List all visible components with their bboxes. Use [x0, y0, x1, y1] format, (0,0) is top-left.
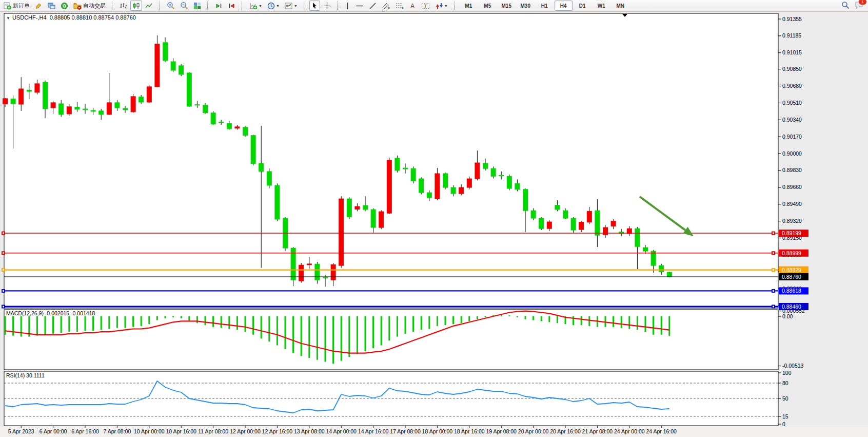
chart-shift-button[interactable]	[226, 1, 238, 11]
candle-down	[275, 185, 280, 219]
cursor-button[interactable]	[309, 1, 320, 11]
templates-button[interactable]: ▼	[283, 1, 300, 11]
equidistant-channel-button[interactable]: E	[380, 1, 392, 11]
timeframe-group: M1M5M15M30H1H4D1W1MN	[458, 0, 631, 11]
auto-scroll-icon	[215, 2, 223, 10]
toolbar-separator	[454, 2, 457, 10]
candle-down	[667, 272, 672, 277]
timeframe-button-m15[interactable]: M15	[498, 1, 516, 11]
rsi-tick-label: 80	[782, 380, 788, 386]
chart-canvas[interactable]: 0.913550.911850.910150.908500.906800.905…	[0, 0, 868, 437]
notification-badge: 1	[859, 0, 866, 5]
cursor-icon	[311, 2, 318, 9]
indicators-button[interactable]: ▼	[247, 1, 264, 11]
text-button[interactable]: A	[407, 1, 418, 11]
candle-down	[43, 82, 48, 109]
autotrading-button[interactable]: 自动交易	[71, 1, 108, 11]
autotrading-label: 自动交易	[83, 2, 106, 10]
candle-down	[595, 211, 600, 235]
notifications-button[interactable]: 1	[855, 1, 864, 10]
candle-up	[299, 265, 304, 281]
price-line-label-text: 0.88760	[782, 274, 801, 280]
line-handle-center	[3, 269, 4, 271]
templates-dropdown-caret[interactable]: ▼	[294, 4, 298, 8]
editor-button[interactable]	[33, 1, 45, 11]
price-tick-label: 0.90340	[782, 117, 802, 123]
line-handle-center	[773, 233, 774, 234]
line-handle-center	[3, 290, 4, 292]
candle-down	[315, 264, 320, 280]
candle-down	[259, 163, 264, 171]
timeframe-button-m5[interactable]: M5	[479, 1, 497, 11]
editor-icon	[35, 2, 43, 10]
fibonacci-icon: F	[396, 2, 404, 10]
date-tick-label: 24 Apr 00:00	[614, 428, 645, 434]
zoom-in-button[interactable]	[165, 1, 177, 11]
crosshair-button[interactable]	[321, 1, 333, 11]
date-tick-label: 10 Apr 16:00	[166, 428, 196, 434]
timeframe-button-w1[interactable]: W1	[593, 1, 610, 11]
rsi-name: RSI(14)	[6, 372, 25, 378]
indicators-dropdown-caret[interactable]: ▼	[259, 4, 262, 8]
chart-collapse-icon[interactable]: ▼	[6, 16, 10, 21]
date-tick-label: 14 Apr 00:00	[326, 428, 357, 434]
candle-up	[547, 222, 551, 229]
timeframe-button-mn[interactable]: MN	[611, 1, 629, 11]
timeframe-button-m30[interactable]: M30	[517, 1, 535, 11]
price-tick-label: 0.91185	[782, 32, 801, 39]
candle-down	[491, 168, 496, 176]
vertical-line-button[interactable]	[343, 1, 352, 11]
fibonacci-button[interactable]: F	[393, 1, 406, 11]
terminal-button[interactable]	[46, 1, 57, 11]
macd-name: MACD(12,26,9)	[6, 310, 44, 316]
timeframe-button-h4[interactable]: H4	[555, 1, 573, 11]
candle-down	[187, 73, 191, 106]
date-tick-label: 20 Apr 00:00	[518, 428, 549, 434]
candle-up	[307, 264, 311, 265]
date-tick-label: 10 Apr 00:00	[134, 428, 165, 434]
svg-text:E: E	[388, 7, 390, 10]
new-order-label: 新订单	[13, 2, 30, 10]
candle-down	[451, 187, 456, 194]
text-label-button[interactable]: T	[419, 1, 432, 11]
bar-chart-button[interactable]	[117, 1, 129, 11]
price-line-label-text: 0.88618	[782, 288, 801, 294]
search-icon[interactable]	[841, 1, 850, 10]
date-tick-label: 7 Apr 08:00	[104, 428, 131, 434]
price-line-label-text: 0.88829	[782, 267, 801, 273]
timeframe-button-d1[interactable]: D1	[574, 1, 591, 11]
macd-tick-label: -0.00513	[782, 363, 804, 369]
candle-down	[347, 199, 351, 217]
candle-down	[483, 163, 488, 168]
candle-down	[179, 66, 184, 74]
line-chart-icon	[145, 2, 153, 10]
signals-button[interactable]	[58, 1, 70, 11]
tile-windows-button[interactable]	[191, 1, 203, 11]
price-tick-label: 0.90510	[782, 100, 802, 106]
arrows-button[interactable]: ▼	[433, 1, 450, 11]
chart-ohlc-values: 0.88805 0.88810 0.88754 0.88760	[50, 14, 136, 21]
periods-dropdown-caret[interactable]: ▼	[276, 4, 280, 8]
horizontal-line-button[interactable]	[353, 1, 366, 11]
line-chart-button[interactable]	[143, 1, 155, 11]
bar-chart-icon	[120, 2, 127, 10]
timeframe-button-m1[interactable]: M1	[460, 1, 478, 11]
svg-text:A: A	[410, 3, 415, 10]
candle-up	[235, 127, 240, 128]
candlestick-chart-button[interactable]	[130, 1, 142, 11]
periods-button[interactable]: ▼	[265, 1, 282, 11]
new-order-button[interactable]: 新订单	[2, 1, 32, 11]
auto-scroll-button[interactable]	[213, 1, 225, 11]
trendline-button[interactable]	[367, 1, 379, 11]
candle-up	[131, 97, 135, 112]
arrows-dropdown-caret[interactable]: ▼	[444, 4, 448, 8]
candle-up	[587, 211, 591, 222]
candle-up	[107, 103, 111, 115]
timeframe-button-h1[interactable]: H1	[536, 1, 554, 11]
candle-down	[563, 211, 568, 218]
zoom-out-button[interactable]	[178, 1, 190, 11]
price-tick-label: 0.89320	[782, 218, 802, 224]
line-handle-center	[3, 233, 4, 234]
candle-down	[371, 210, 376, 227]
date-tick-label: 6 Apr 16:00	[71, 428, 99, 434]
